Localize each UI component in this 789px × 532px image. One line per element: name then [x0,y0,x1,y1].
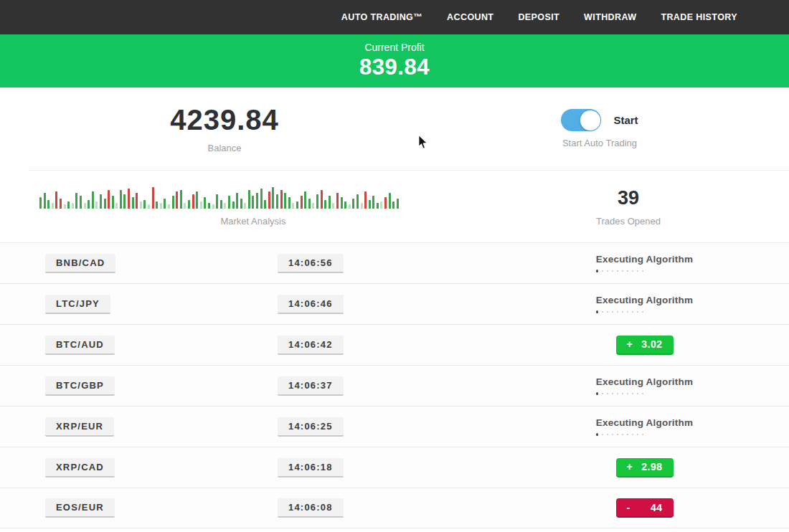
time-cell: 14:06:37 [278,376,500,396]
loader-dot [627,311,629,313]
loader-dot [612,434,614,436]
loader-dot [612,270,614,272]
nav-item-withdraw[interactable]: WITHDRAW [584,12,636,22]
nav-item-trade-history[interactable]: TRADE HISTORY [661,12,737,22]
loader-dot [602,311,604,313]
status-cell: + 3.02 [587,336,702,355]
pair-badge[interactable]: XRP/CAD [45,458,115,478]
trade-row: BTC/GBP 14:06:37 Executing Algorithm [0,365,789,406]
chart-bar [148,204,150,209]
pair-badge[interactable]: EOS/EUR [45,498,115,518]
chart-bar [329,196,331,209]
chart-bar [268,191,270,209]
loader-dot [642,311,644,313]
balance-label: Balance [208,143,242,153]
chart-bar [288,197,290,209]
loader-dots [596,310,693,313]
chart-bar [349,204,351,209]
time-cell: 14:06:25 [278,417,500,437]
time-badge: 14:06:46 [278,295,344,314]
chart-bar [156,201,158,209]
result-sign: - [627,502,630,513]
chart-bar [140,201,142,209]
loader-dot [612,393,614,395]
pair-badge[interactable]: XRP/EUR [45,417,114,437]
loader-dot [612,311,614,313]
loader-dot [602,270,604,272]
time-cell: 14:06:56 [278,254,500,273]
chart-bar [369,200,371,209]
chart-bar [208,203,210,209]
pair-badge[interactable]: BTC/GBP [45,376,115,396]
auto-trading-toggle[interactable] [561,109,601,131]
chart-bar [115,203,118,209]
pair-cell: XRP/EUR [45,417,114,437]
loader-dot [637,393,639,395]
status-cell: - 44 [587,498,702,518]
loader-dot [622,311,624,313]
chart-bar [324,200,326,209]
balance-section: 4239.84 Balance Start Start Auto Trading [0,87,789,170]
chart-bar [220,200,222,209]
trade-row: LTC/JPY 14:06:46 Executing Algorithm [0,283,789,324]
chart-bar [296,201,298,209]
loader-dot [596,433,599,436]
loader-dot [607,393,609,395]
loader-dots [596,270,693,272]
chart-bar [392,201,394,209]
chart-bar [47,200,49,209]
pair-badge[interactable]: BTC/AUD [45,336,115,355]
chart-bar [88,200,90,209]
chart-bar [304,191,306,209]
pair-cell: LTC/JPY [45,295,110,314]
time-cell: 14:06:08 [278,498,500,518]
pair-badge[interactable]: LTC/JPY [45,295,110,314]
trade-row: EOS/EUR 14:06:08 - 44 [0,488,789,528]
chart-bar [292,203,294,209]
chart-bar [180,190,182,209]
loader-dot [637,270,639,272]
executing-status: Executing Algorithm [596,254,693,272]
time-badge: 14:06:08 [278,498,344,518]
chart-bar [240,199,242,209]
market-section: Market Analysis 39 Trades Opened [29,170,789,242]
loader-dot [596,310,599,313]
chart-bar [356,194,359,209]
chart-bar [184,203,186,209]
status-cell: Executing Algorithm [587,376,702,395]
chart-bar [256,193,258,209]
chart-bar [72,203,74,209]
executing-status: Executing Algorithm [596,417,693,436]
trades-opened-block: 39 Trades Opened [478,187,779,227]
chart-bar [248,190,250,209]
chart-bar [228,196,230,209]
chart-bar [264,200,266,209]
status-cell: Executing Algorithm [587,295,702,313]
balance-value: 4239.84 [170,104,279,136]
trade-row: XRP/CAD 14:06:18 + 2.98 [0,447,789,488]
chart-bar [132,197,134,209]
chart-bar [244,203,246,209]
nav-item-account[interactable]: ACCOUNT [447,12,493,22]
loader-dot [617,311,619,313]
chart-bar [232,201,235,209]
pair-badge[interactable]: BNB/CAD [45,254,115,273]
result-badge: - 44 [616,498,674,518]
loader-dot [596,392,599,395]
chart-bar [204,197,206,209]
chart-bar [128,189,130,209]
loader-dot [617,270,619,272]
chart-bar [212,204,214,209]
loader-dot [607,270,609,272]
chart-bar [60,199,62,209]
market-analysis-label: Market Analysis [220,216,285,227]
loader-dot [607,434,609,436]
trades-opened-value: 39 [618,187,639,209]
chart-bar [55,191,57,209]
nav-item-deposit[interactable]: DEPOSIT [518,12,559,22]
chart-bar [100,194,102,209]
nav-item-auto-trading[interactable]: AUTO TRADING™ [341,12,422,22]
chart-bar [280,190,283,209]
chart-bar [236,193,238,209]
chart-bar [152,187,154,209]
